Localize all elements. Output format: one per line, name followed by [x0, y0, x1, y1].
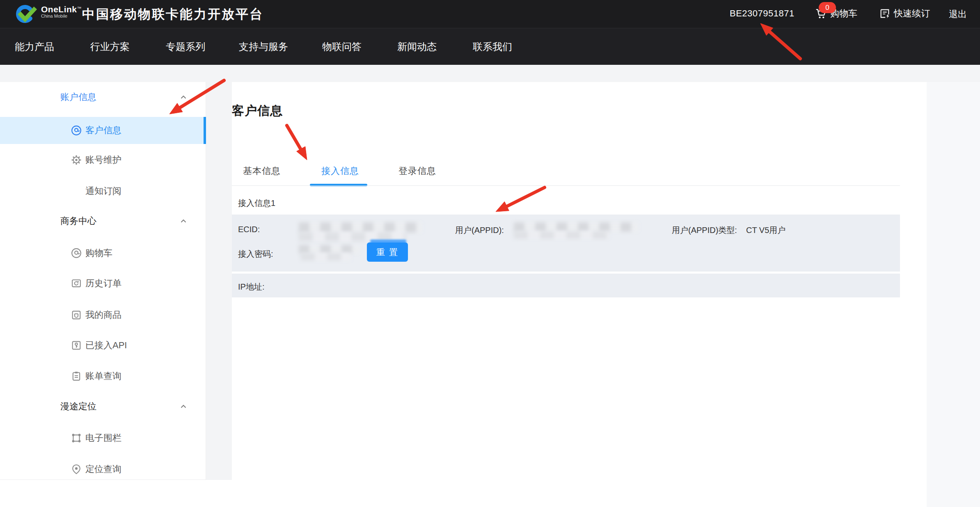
sidebar-item-label: 客户信息 [85, 124, 121, 137]
selected-indicator [204, 117, 206, 144]
ecid-label: ECID: [238, 225, 260, 234]
quick-renew-label: 快速续订 [894, 7, 930, 20]
sidebar-item-label: 通知订阅 [85, 185, 121, 197]
logout-button[interactable]: 退出 [949, 8, 967, 21]
nav-item-support[interactable]: 支持与服务 [239, 28, 288, 65]
sidebar-item-label: 我的商品 [85, 309, 121, 321]
redacted-appid-value [514, 222, 639, 232]
sidebar-item-label: 账号维护 [85, 154, 121, 166]
quick-renew-button[interactable]: 快速续订 [879, 7, 930, 20]
user-id[interactable]: BE2307951871 [730, 8, 795, 19]
sidebar-item-geo-fence[interactable]: 电子围栏 [0, 425, 206, 452]
sidebar-item-label: 购物车 [85, 247, 112, 259]
sidebar-item-account-maintain[interactable]: 账号维护 [0, 146, 206, 174]
at-circle-icon [71, 247, 82, 259]
topbar: OneLink™ China Mobile 中国移动物联卡能力开放平台 BE23… [0, 0, 980, 28]
active-tab-underline [310, 184, 367, 186]
sidebar-item-location-query[interactable]: 定位查询 [0, 456, 206, 483]
at-circle-icon [71, 125, 82, 136]
brand-trademark: ™ [77, 6, 82, 11]
ip-address-box [232, 274, 900, 297]
nav-item-qa[interactable]: 物联问答 [322, 28, 362, 65]
page-background-band [0, 65, 980, 82]
nav-item-series[interactable]: 专题系列 [166, 28, 205, 65]
main-nav: 能力产品 行业方案 专题系列 支持与服务 物联问答 新闻动态 联系我们 [0, 28, 980, 65]
appid-type-label: 用户(APPID)类型: [672, 225, 737, 236]
redacted-password-value [299, 245, 359, 254]
sidebar-item-bill-query[interactable]: 账单查询 [0, 363, 206, 390]
sidebar-section-account[interactable]: 账户信息 [0, 86, 206, 108]
page-title: 客户信息 [232, 103, 283, 119]
brand-text: OneLink™ China Mobile [41, 5, 82, 19]
access-password-label: 接入密码: [238, 249, 273, 260]
redacted-appid-value [514, 231, 609, 239]
tab-login-info[interactable]: 登录信息 [398, 165, 436, 177]
sidebar-section-label: 商务中心 [60, 215, 96, 227]
sidebar-item-label: 定位查询 [85, 463, 121, 475]
reset-password-button[interactable]: 重 置 [367, 242, 408, 262]
nav-item-capability[interactable]: 能力产品 [15, 28, 54, 65]
chevron-up-icon [179, 217, 188, 226]
location-icon [71, 464, 82, 475]
sidebar-item-history-orders[interactable]: 历史订单 [0, 270, 206, 297]
tab-basic-info[interactable]: 基本信息 [243, 165, 281, 177]
page: OneLink™ China Mobile 中国移动物联卡能力开放平台 BE23… [0, 0, 980, 507]
chevron-up-icon [179, 402, 188, 411]
onelink-logo-icon [15, 5, 38, 23]
sidebar-section-label: 账户信息 [60, 91, 96, 103]
portal-title: 中国移动物联卡能力开放平台 [82, 6, 263, 23]
ip-address-label: IP地址: [238, 281, 264, 292]
bag-icon [71, 309, 82, 321]
tab-divider [232, 185, 900, 186]
appid-label: 用户(APPID): [455, 225, 504, 236]
bill-icon [71, 370, 82, 382]
fence-icon [71, 432, 82, 444]
redacted-ecid-value [299, 222, 422, 233]
key-square-icon [71, 340, 82, 351]
sidebar-item-shopping-cart[interactable]: 购物车 [0, 240, 206, 267]
quick-renew-icon [879, 8, 891, 19]
sidebar-item-notify-subscribe[interactable]: 通知订阅 [0, 178, 206, 205]
nav-item-industry[interactable]: 行业方案 [90, 28, 130, 65]
sidebar-section-label: 漫途定位 [60, 400, 96, 413]
chevron-up-icon [179, 93, 188, 102]
sidebar-item-connected-api[interactable]: 已接入API [0, 332, 206, 359]
sidebar: 账户信息 客户信息 [0, 82, 206, 480]
page-right-margin [927, 82, 980, 507]
redacted-password-value [301, 253, 351, 260]
nav-item-news[interactable]: 新闻动态 [397, 28, 437, 65]
sidebar-section-location[interactable]: 漫途定位 [0, 395, 206, 418]
appid-type-value: CT V5用户 [746, 225, 785, 236]
access-info-section-label: 接入信息1 [238, 198, 275, 209]
tab-access-info[interactable]: 接入信息 [321, 165, 359, 177]
sidebar-item-my-products[interactable]: 我的商品 [0, 301, 206, 329]
sidebar-item-label: 历史订单 [85, 277, 121, 290]
sidebar-item-label: 电子围栏 [85, 432, 121, 444]
history-icon [71, 278, 82, 289]
sidebar-item-customer-info[interactable]: 客户信息 [0, 117, 206, 144]
brand-name: OneLink [41, 5, 77, 14]
nav-item-contact[interactable]: 联系我们 [473, 28, 512, 65]
sidebar-section-business[interactable]: 商务中心 [0, 210, 206, 232]
sidebar-item-label: 已接入API [85, 339, 127, 352]
sidebar-item-label: 账单查询 [85, 370, 121, 382]
cart-badge: 0 [819, 2, 836, 13]
gear-icon [71, 154, 82, 166]
brand-subtitle: China Mobile [41, 14, 82, 19]
sidebar-gutter [206, 82, 232, 480]
